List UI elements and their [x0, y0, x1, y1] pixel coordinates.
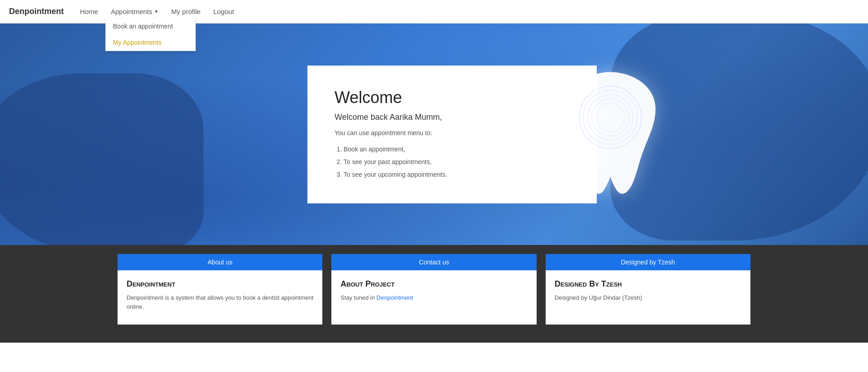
- svg-line-9: [600, 91, 603, 91]
- footer-contact-body: About project Stay tuned in Denpointment: [331, 270, 536, 325]
- footer-col-about: About us Denpointment Denpointment is a …: [118, 254, 322, 325]
- footer-designer-header: Designed by Tzesh: [546, 254, 750, 270]
- tooth-icon: [552, 66, 669, 202]
- nav-item-myprofile: My profile: [166, 5, 206, 18]
- myprofile-link[interactable]: My profile: [166, 5, 206, 18]
- footer-about-header: About us: [118, 254, 322, 270]
- book-appointment-item[interactable]: Book an appointment: [106, 18, 195, 34]
- footer-col-contact: Contact us About project Stay tuned in D…: [331, 254, 536, 325]
- hero-section: Welcome Welcome back Aarika Mumm, You ca…: [0, 24, 868, 245]
- nav-item-home: Home: [75, 5, 104, 18]
- svg-point-6: [594, 88, 595, 89]
- footer-grid: About us Denpointment Denpointment is a …: [118, 254, 750, 325]
- hero-content: Welcome Welcome back Aarika Mumm, You ca…: [72, 47, 796, 221]
- footer-contact-text: Stay tuned in Denpointment: [340, 293, 527, 302]
- welcome-subtitle: Welcome back Aarika Mumm,: [335, 113, 570, 122]
- appointments-link[interactable]: Appointments ▼: [105, 5, 164, 18]
- footer-designer-title: Designed by Tzesh: [555, 279, 741, 289]
- footer-about-text: Denpointment is a system that allows you…: [127, 293, 313, 311]
- footer-designer-body: Designed by Tzesh Designed by Uğur Dinda…: [546, 270, 750, 325]
- footer-about-title: Denpointment: [127, 279, 313, 289]
- footer-about-body: Denpointment Denpointment is a system th…: [118, 270, 322, 325]
- appointments-dropdown: Book an appointment My Appointments: [105, 18, 196, 51]
- nav-item-logout: Logout: [208, 5, 240, 18]
- footer-designer-text: Designed by Uğur Dindar (Tzesh): [555, 293, 741, 302]
- logout-link[interactable]: Logout: [208, 5, 240, 18]
- list-item: To see your past appointments,: [344, 155, 570, 168]
- footer-contact-header: Contact us: [331, 254, 536, 270]
- brand-logo[interactable]: Denpointment: [9, 7, 64, 16]
- welcome-list: Book an appointment, To see your past ap…: [335, 143, 570, 181]
- contact-link[interactable]: Denpointment: [377, 294, 413, 301]
- home-link[interactable]: Home: [75, 5, 104, 18]
- list-item: Book an appointment,: [344, 143, 570, 155]
- nav-links: Home Appointments ▼ Book an appointment …: [75, 5, 240, 18]
- welcome-desc: You can use appointment menu to:: [335, 129, 570, 137]
- dropdown-caret-icon: ▼: [154, 9, 159, 14]
- footer-contact-title: About project: [340, 279, 527, 289]
- nav-item-appointments: Appointments ▼ Book an appointment My Ap…: [105, 5, 164, 18]
- navbar: Denpointment Home Appointments ▼ Book an…: [0, 0, 868, 24]
- my-appointments-item[interactable]: My Appointments: [106, 34, 195, 51]
- list-item: To see your upcoming appointments.: [344, 168, 570, 181]
- footer: About us Denpointment Denpointment is a …: [0, 245, 868, 343]
- welcome-title: Welcome: [335, 88, 570, 107]
- tooth-illustration: [552, 66, 669, 202]
- footer-col-designer: Designed by Tzesh Designed by Tzesh Desi…: [546, 254, 750, 325]
